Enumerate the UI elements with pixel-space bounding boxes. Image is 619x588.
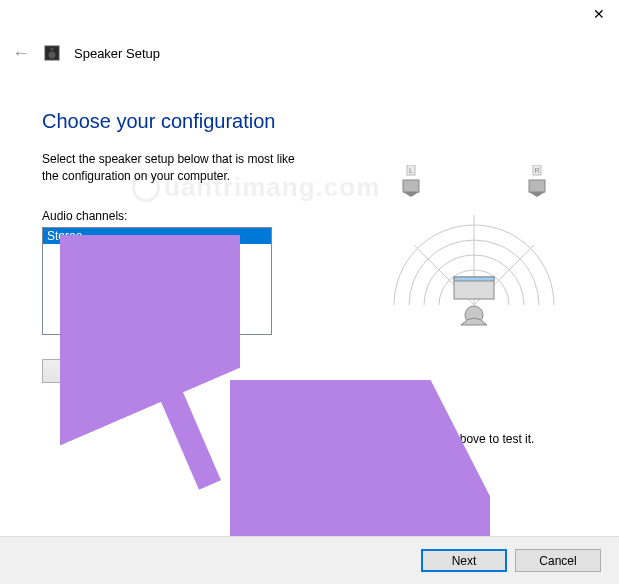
- svg-text:R: R: [534, 167, 539, 174]
- titlebar: ✕: [0, 0, 619, 32]
- back-arrow-icon[interactable]: ←: [12, 44, 30, 62]
- svg-point-1: [49, 52, 56, 59]
- instruction-text: Select the speaker setup below that is m…: [42, 151, 312, 185]
- audio-channels-listbox[interactable]: Stereo: [42, 227, 272, 335]
- speaker-diagram[interactable]: L R: [369, 165, 579, 335]
- right-speaker-icon[interactable]: R: [529, 165, 545, 197]
- svg-text:L: L: [409, 167, 413, 174]
- left-speaker-icon[interactable]: L: [403, 165, 419, 197]
- page-heading: Choose your configuration: [42, 110, 589, 133]
- app-title: Speaker Setup: [74, 46, 160, 61]
- header-row: ← Speaker Setup: [12, 44, 160, 62]
- list-item[interactable]: Stereo: [43, 228, 271, 244]
- footer-bar: Next Cancel: [0, 536, 619, 584]
- svg-rect-10: [529, 180, 545, 192]
- svg-rect-15: [454, 277, 494, 281]
- svg-marker-7: [403, 192, 419, 197]
- next-button[interactable]: Next: [421, 549, 507, 572]
- speaker-app-icon: [44, 45, 60, 61]
- svg-point-2: [51, 48, 54, 51]
- test-button-label: Test: [80, 364, 102, 378]
- diagram-hint: Click any speaker above to test it.: [355, 432, 534, 446]
- svg-marker-11: [529, 192, 545, 197]
- svg-line-20: [250, 400, 440, 540]
- annotation-arrow-2: [230, 380, 490, 560]
- svg-rect-6: [403, 180, 419, 192]
- close-icon[interactable]: ✕: [593, 6, 605, 22]
- cancel-button[interactable]: Cancel: [515, 549, 601, 572]
- test-button[interactable]: Test: [42, 359, 126, 383]
- play-icon: [66, 366, 74, 376]
